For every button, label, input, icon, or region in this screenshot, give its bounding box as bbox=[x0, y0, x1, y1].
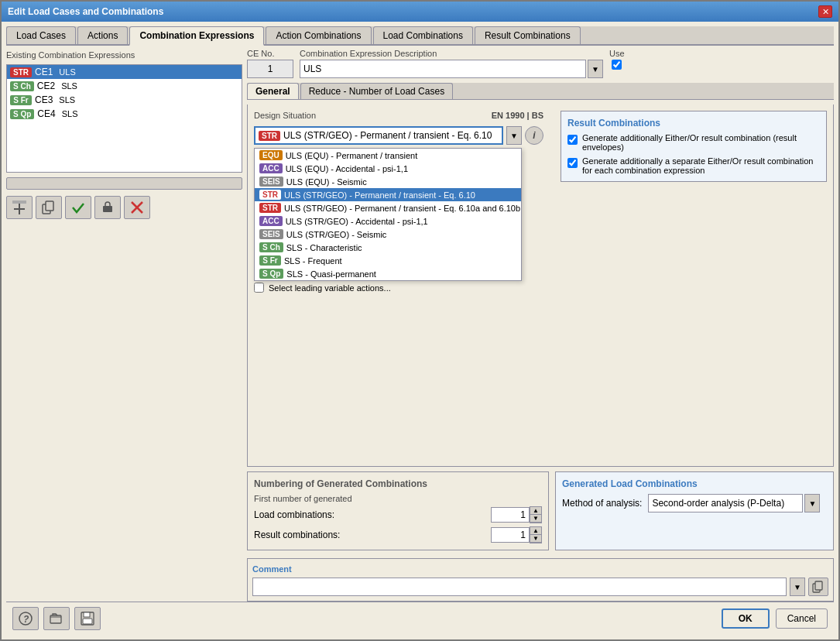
ds-option-equ-acc[interactable]: ACC ULS (EQU) - Accidental - psi-1,1 bbox=[255, 162, 521, 175]
ce-no-input[interactable] bbox=[247, 60, 293, 78]
tab-combination-expressions[interactable]: Combination Expressions bbox=[129, 26, 264, 46]
description-dropdown-arrow[interactable]: ▼ bbox=[588, 60, 603, 78]
tab-action-combinations[interactable]: Action Combinations bbox=[266, 26, 371, 44]
svg-rect-1 bbox=[19, 204, 20, 214]
result-comb-input[interactable] bbox=[491, 527, 530, 543]
load-comb-down[interactable]: ▼ bbox=[530, 515, 541, 523]
opt-text-4: ULS (STR/GEO) - Permanent / transient - … bbox=[284, 204, 520, 213]
ce2-name: CE2 bbox=[37, 81, 55, 91]
footer-right: OK Cancel bbox=[722, 608, 828, 629]
save-button[interactable] bbox=[74, 607, 101, 630]
method-row: Method of analysis: ▼ bbox=[562, 494, 827, 512]
opt-badge-8: S Fr bbox=[259, 255, 281, 266]
ce-no-label: CE No. bbox=[247, 49, 293, 58]
main-tab-bar: Load Cases Actions Combination Expressio… bbox=[6, 26, 834, 46]
opt-text-0: ULS (EQU) - Permanent / transient bbox=[286, 151, 418, 160]
tab-actions[interactable]: Actions bbox=[77, 26, 128, 44]
result-comb-up[interactable]: ▲ bbox=[530, 527, 541, 535]
inner-tab-general[interactable]: General bbox=[247, 83, 299, 99]
right-top: CE No. Combination Expression Descriptio… bbox=[247, 49, 834, 78]
comment-input[interactable] bbox=[252, 578, 787, 596]
svg-rect-9 bbox=[815, 581, 822, 590]
ds-option-sls-freq[interactable]: S Fr SLS - Frequent bbox=[255, 254, 521, 267]
opt-text-3: ULS (STR/GEO) - Permanent / transient - … bbox=[284, 190, 475, 200]
footer-bar: ? OK Cancel bbox=[6, 602, 834, 635]
ce4-type: SLS bbox=[62, 109, 78, 118]
ce-item-4[interactable]: S Qp CE4 SLS bbox=[7, 107, 242, 121]
numbering-title: Numbering of Generated Combinations bbox=[254, 478, 542, 489]
comment-section: Comment ▼ bbox=[247, 558, 834, 602]
tab-load-cases[interactable]: Load Cases bbox=[6, 26, 76, 44]
ds-dropdown-arrow[interactable]: ▼ bbox=[506, 126, 522, 145]
either-or-row: Generate additionally Either/Or result c… bbox=[567, 133, 820, 152]
result-comb-input-wrap: ▲ ▼ bbox=[491, 526, 542, 543]
ds-selected[interactable]: STR ULS (STR/GEO) - Permanent / transien… bbox=[254, 126, 503, 145]
help-button[interactable]: ? bbox=[12, 607, 39, 630]
block-button[interactable] bbox=[94, 196, 121, 219]
delete-button[interactable] bbox=[124, 196, 150, 219]
ds-select-row: STR ULS (STR/GEO) - Permanent / transien… bbox=[254, 126, 543, 145]
opt-badge-7: S Ch bbox=[259, 242, 283, 252]
load-comb-input-wrap: ▲ ▼ bbox=[491, 506, 542, 523]
new-ce-button[interactable] bbox=[6, 196, 33, 219]
ds-option-str-perm-ab[interactable]: STR ULS (STR/GEO) - Permanent / transien… bbox=[255, 201, 521, 214]
ds-option-equ-seismic[interactable]: SEIS ULS (EQU) - Seismic bbox=[255, 175, 521, 188]
tab-load-combinations[interactable]: Load Combinations bbox=[373, 26, 473, 44]
description-input[interactable] bbox=[300, 60, 586, 78]
inner-content: Design Situation EN 1990 | BS STR ULS (S… bbox=[247, 105, 834, 467]
ds-option-sls-char[interactable]: S Ch SLS - Characteristic bbox=[255, 241, 521, 254]
result-comb-label: Result combinations: bbox=[254, 530, 340, 540]
use-checkbox[interactable] bbox=[612, 60, 622, 70]
ds-option-str-perm[interactable]: STR ULS (STR/GEO) - Permanent / transien… bbox=[255, 188, 521, 201]
opt-text-2: ULS (EQU) - Seismic bbox=[286, 177, 367, 187]
comment-label: Comment bbox=[252, 564, 292, 574]
description-group: Combination Expression Description ▼ bbox=[300, 49, 603, 78]
existing-ce-title: Existing Combination Expressions bbox=[6, 49, 242, 61]
svg-rect-4 bbox=[46, 201, 53, 211]
opt-badge-9: S Qp bbox=[259, 269, 283, 279]
comment-dropdown-arrow[interactable]: ▼ bbox=[790, 578, 805, 596]
check-button[interactable] bbox=[65, 196, 91, 219]
ce-item-1[interactable]: STR CE1 ULS bbox=[7, 65, 242, 79]
ce1-badge: STR bbox=[10, 67, 32, 77]
main-window: Edit Load Cases and Combinations ✕ Load … bbox=[0, 0, 840, 641]
select-leading-checkbox[interactable] bbox=[254, 283, 264, 293]
result-comb-down[interactable]: ▼ bbox=[530, 535, 541, 543]
window-body: Load Cases Actions Combination Expressio… bbox=[2, 22, 838, 639]
separate-either-or-checkbox[interactable] bbox=[567, 158, 578, 168]
open-button[interactable] bbox=[43, 607, 70, 630]
method-input[interactable] bbox=[648, 494, 803, 512]
ds-option-str-acc[interactable]: ACC ULS (STR/GEO) - Accidental - psi-1,1 bbox=[255, 214, 521, 228]
inner-tab-reduce[interactable]: Reduce - Number of Load Cases bbox=[300, 83, 453, 99]
ce-item-3[interactable]: S Fr CE3 SLS bbox=[7, 93, 242, 107]
ds-info-button[interactable]: i bbox=[525, 126, 543, 145]
result-combinations-section: Result Combinations Generate additionall… bbox=[561, 111, 827, 182]
ds-header: Design Situation EN 1990 | BS bbox=[254, 111, 543, 120]
opt-badge-2: SEIS bbox=[259, 177, 283, 187]
result-comb-num-row: Result combinations: ▲ ▼ bbox=[254, 526, 542, 543]
ok-button[interactable]: OK bbox=[722, 608, 770, 629]
load-comb-input[interactable] bbox=[491, 507, 530, 523]
either-or-checkbox[interactable] bbox=[567, 135, 578, 145]
tab-result-combinations[interactable]: Result Combinations bbox=[475, 26, 581, 44]
opt-text-9: SLS - Quasi-permanent bbox=[286, 269, 376, 279]
horizontal-scrollbar[interactable] bbox=[6, 177, 242, 190]
ds-option-equ-perm[interactable]: EQU ULS (EQU) - Permanent / transient bbox=[255, 149, 521, 162]
ds-option-sls-quasi[interactable]: S Qp SLS - Quasi-permanent bbox=[255, 267, 521, 280]
svg-text:?: ? bbox=[23, 614, 29, 625]
cancel-button[interactable]: Cancel bbox=[776, 608, 828, 629]
select-leading-label: Select leading variable actions... bbox=[269, 283, 391, 293]
copy-ce-button[interactable] bbox=[36, 196, 62, 219]
method-select-wrap: ▼ bbox=[648, 494, 820, 512]
svg-rect-2 bbox=[12, 201, 26, 204]
ds-selected-text: ULS (STR/GEO) - Permanent / transient - … bbox=[283, 130, 492, 141]
close-button[interactable]: ✕ bbox=[818, 5, 832, 18]
result-comb-spin: ▲ ▼ bbox=[530, 526, 542, 543]
load-comb-up[interactable]: ▲ bbox=[530, 507, 541, 515]
ds-option-str-seismic[interactable]: SEIS ULS (STR/GEO) - Seismic bbox=[255, 228, 521, 241]
description-label: Combination Expression Description bbox=[300, 49, 603, 58]
ce-item-2[interactable]: S Ch CE2 SLS bbox=[7, 79, 242, 93]
opt-badge-4: STR bbox=[259, 203, 281, 213]
method-dropdown-arrow[interactable]: ▼ bbox=[804, 494, 820, 512]
comment-copy-button[interactable] bbox=[808, 578, 828, 596]
